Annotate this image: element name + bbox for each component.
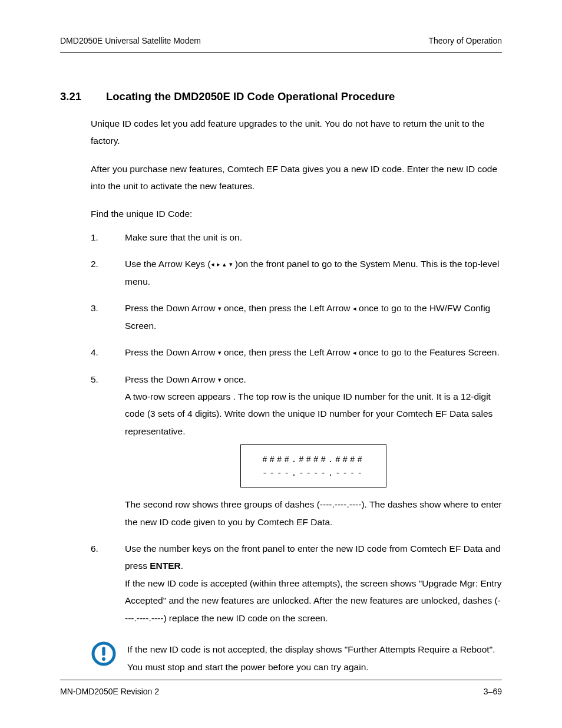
step-text: Press the Down Arrow ▾ once, then press … bbox=[125, 344, 502, 361]
intro-para-1: Unique ID codes let you add feature upgr… bbox=[91, 115, 502, 150]
svg-rect-1 bbox=[102, 647, 105, 656]
note-text: If the new ID code is not accepted, the … bbox=[127, 641, 502, 676]
step-text: Make sure that the unit is on. bbox=[125, 229, 502, 246]
body: Unique ID codes let you add feature upgr… bbox=[91, 115, 502, 627]
step-text: Press the Down Arrow ▾ once, then press … bbox=[125, 299, 502, 334]
step-number: 3. bbox=[91, 299, 125, 334]
lcd-line-1: ####.####.#### bbox=[241, 453, 386, 466]
step-number: 1. bbox=[91, 229, 125, 246]
step-text: Use the Arrow Keys (◂ ▸ ▴ ▾ )on the fron… bbox=[125, 255, 502, 290]
step-1: 1. Make sure that the unit is on. bbox=[91, 229, 502, 246]
arrow-right-icon: ▸ bbox=[217, 258, 220, 271]
arrow-down-icon: ▾ bbox=[229, 258, 233, 271]
header-rule bbox=[60, 52, 502, 53]
step-text: Use the number keys on the front panel t… bbox=[125, 540, 502, 627]
section-heading: 3.21 Locating the DMD2050E ID Code Opera… bbox=[60, 86, 502, 107]
step-3: 3. Press the Down Arrow ▾ once, then pre… bbox=[91, 299, 502, 334]
step-number: 2. bbox=[91, 255, 125, 290]
step-text: Press the Down Arrow ▾ once. A two-row s… bbox=[125, 371, 502, 531]
footer-right: 3–69 bbox=[484, 684, 502, 700]
section-title: Locating the DMD2050E ID Code Operationa… bbox=[106, 86, 395, 107]
header-right: Theory of Operation bbox=[428, 33, 502, 49]
arrow-up-icon: ▴ bbox=[223, 258, 226, 271]
intro-para-3: Find the unique ID Code: bbox=[91, 205, 502, 222]
step-number: 4. bbox=[91, 344, 125, 361]
procedure-list: 1. Make sure that the unit is on. 2. Use… bbox=[91, 229, 502, 627]
step-number: 6. bbox=[91, 540, 125, 627]
lcd-line-2: ----.----.---- bbox=[241, 467, 386, 480]
step-number: 5. bbox=[91, 371, 125, 531]
svg-point-2 bbox=[102, 657, 105, 661]
important-icon bbox=[91, 641, 117, 667]
important-note: If the new ID code is not accepted, the … bbox=[91, 641, 502, 676]
step-5: 5. Press the Down Arrow ▾ once. A two-ro… bbox=[91, 371, 502, 531]
footer-rule bbox=[60, 680, 502, 680]
step-2: 2. Use the Arrow Keys (◂ ▸ ▴ ▾ )on the f… bbox=[91, 255, 502, 290]
footer-left: MN-DMD2050E Revision 2 bbox=[60, 684, 159, 700]
page-footer: MN-DMD2050E Revision 2 3–69 bbox=[60, 680, 502, 700]
step-6: 6. Use the number keys on the front pane… bbox=[91, 540, 502, 627]
arrow-left-icon: ◂ bbox=[211, 258, 214, 271]
step-4: 4. Press the Down Arrow ▾ once, then pre… bbox=[91, 344, 502, 361]
lcd-display-box: ####.####.#### ----.----.---- bbox=[240, 444, 386, 487]
section-number: 3.21 bbox=[60, 86, 81, 107]
intro-para-2: After you purchase new features, Comtech… bbox=[91, 160, 502, 195]
running-header: DMD2050E Universal Satellite Modem Theor… bbox=[60, 33, 502, 49]
header-left: DMD2050E Universal Satellite Modem bbox=[60, 33, 201, 49]
enter-key-label: ENTER bbox=[150, 561, 181, 571]
